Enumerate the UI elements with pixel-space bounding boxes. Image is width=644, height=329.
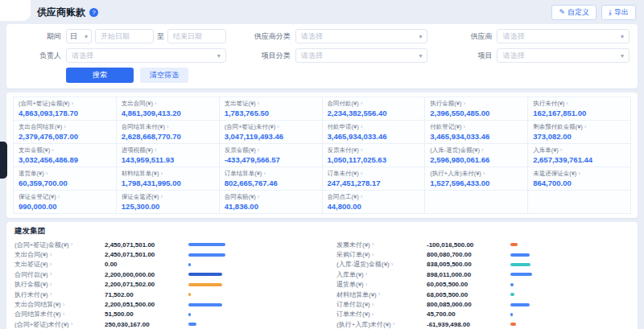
row-bar <box>510 273 532 276</box>
list-item[interactable]: 合同结算未付(¥)›51,500.00 <box>14 310 308 319</box>
kpi-card-14[interactable]: 进项税额(¥)›143,959,511.93 <box>117 144 220 167</box>
kpi-card-7[interactable]: 支出合同结算(¥)›2,379,476,087.00 <box>14 121 117 144</box>
list-item[interactable]: 支出合同结算(¥)›2,200,051,500.00 <box>14 299 308 309</box>
kpi-value: 864,700.00 <box>533 179 625 187</box>
kpi-card-8[interactable]: 合同结算未付(¥)›2,628,668,770.70 <box>117 121 220 144</box>
kpi-card-11[interactable]: 付款登记(¥)›3,465,934,033.46 <box>425 121 528 144</box>
kpi-card-10[interactable]: 付款申请(¥)›3,465,934,033.46 <box>323 121 426 144</box>
list-item[interactable]: 入库单(¥)›898,011,000.00 <box>336 269 630 279</box>
customize-label: 自定义 <box>568 7 589 18</box>
filter-owner: 负责人 请选择 ▾ <box>14 48 226 63</box>
kpi-card-21[interactable]: 订单结算单(¥)›802,665,767.46 <box>220 167 323 191</box>
supplier-category-select[interactable]: 请选择 ▾ <box>295 29 428 43</box>
chevron-right-icon: › <box>391 261 394 268</box>
chevron-right-icon: › <box>365 282 368 288</box>
side-drawer-handle[interactable] <box>0 142 7 179</box>
chevron-right-icon: › <box>361 147 363 154</box>
kpi-card-15[interactable]: 发票金额(¥)›-433,479,566.57 <box>220 144 323 167</box>
chevron-right-icon: › <box>64 124 66 130</box>
chevron-right-icon: › <box>578 171 580 177</box>
row-label: 入库单(¥)› <box>336 270 427 279</box>
kpi-card-2[interactable]: 支出合同(¥)›4,861,309,413.20 <box>117 97 220 121</box>
list-item[interactable]: 材料结算单(¥)›68,005,500.00 <box>336 290 630 299</box>
chevron-down-icon: ▾ <box>419 52 422 60</box>
row-bar <box>188 293 191 296</box>
chevron-right-icon: › <box>167 124 169 130</box>
filter-project: 项目 请选择 ▾ <box>445 48 630 63</box>
kpi-card-13[interactable]: 支出金额(¥)›3,032,456,486.89 <box>14 144 117 167</box>
supplier-select[interactable]: 请选择 ▾ <box>497 29 630 43</box>
kpi-card-17[interactable]: (入库-退货)金额(¥)›2,596,980,061.66 <box>425 144 528 167</box>
kpi-card-25[interactable]: 保证金登记(¥)›990,000.00 <box>14 191 117 214</box>
list-item[interactable]: 支出合同(¥)›2,450,071,501.00 <box>14 249 308 259</box>
row-label: 执行未付(¥)› <box>14 290 105 299</box>
list-item[interactable]: 发票未付(¥)›-100,016,500.00 <box>336 240 630 249</box>
chevron-right-icon: › <box>46 171 48 177</box>
list-item[interactable]: (入库-退货)金额(¥)›838,005,500.00 <box>336 260 630 269</box>
kpi-label: 合同点工(¥)› <box>328 193 420 201</box>
list-item[interactable]: 采购订单(¥)›800,080,700.00 <box>336 249 630 259</box>
export-button[interactable]: ⤓ 导出 <box>601 5 636 20</box>
chevron-right-icon: › <box>58 194 60 200</box>
row-value: 800,085,000.00 <box>427 301 507 308</box>
kpi-card-24[interactable]: 未返还保证金(¥)›864,700.00 <box>528 167 631 191</box>
kpi-empty-cell <box>528 191 631 214</box>
start-date-input[interactable]: 开始日期 <box>95 29 154 43</box>
filter-supplier: 供应商 请选择 ▾ <box>445 29 630 43</box>
list-item[interactable]: 订单未付(¥)›45,700.00 <box>336 310 630 319</box>
kpi-card-28[interactable]: 合同点工(¥)›44,800.00 <box>323 191 426 214</box>
kpi-card-18[interactable]: 入库单(¥)›2,657,339,761.44 <box>528 144 631 167</box>
list-item[interactable]: (合同+签证)金额(¥)›2,450,071,501.00 <box>14 240 308 249</box>
list-item[interactable]: 合同付款(¥)›2,200,000,000.00 <box>14 269 308 279</box>
clear-filters-button[interactable]: 清空筛选 <box>140 68 188 83</box>
kpi-card-19[interactable]: 退货单(¥)›60,359,700.00 <box>14 167 117 191</box>
list-item[interactable]: 订单付款(¥)›800,085,000.00 <box>336 299 630 309</box>
kpi-card-5[interactable]: 执行金额(¥)›2,396,550,485.00 <box>425 97 528 121</box>
kpi-card-22[interactable]: 订单未付(¥)›247,451,278.17 <box>323 167 426 191</box>
kpi-card-23[interactable]: (执行+入库)未付(¥)›1,527,596,433.00 <box>425 167 528 191</box>
row-bar <box>510 243 518 246</box>
row-value: 800,080,700.00 <box>427 251 507 258</box>
kpi-card-6[interactable]: 执行未付(¥)›162,167,851.00 <box>528 97 631 121</box>
end-date-input[interactable]: 结束日期 <box>167 29 226 43</box>
kpi-card-16[interactable]: 发票未付(¥)›1,050,117,025.63 <box>323 144 426 167</box>
period-unit-select[interactable]: 日 ▾ <box>66 29 92 43</box>
kpi-card-4[interactable]: 合同付款(¥)›2,234,382,556.40 <box>323 97 426 121</box>
chevron-right-icon: › <box>372 302 374 308</box>
kpi-card-27[interactable]: 合同索赔(¥)›41,836.00 <box>220 191 323 214</box>
kpi-value: 2,628,668,770.70 <box>122 132 214 141</box>
group-name[interactable]: 建发集团 <box>14 226 630 236</box>
list-item[interactable]: (执行+入库)未付(¥)›-61,939,498.00 <box>336 319 630 329</box>
kpi-label: (合同+签证)未付(¥)› <box>225 123 317 131</box>
chevron-right-icon: › <box>378 291 381 298</box>
row-bar <box>510 323 516 326</box>
help-icon[interactable]: ? <box>89 8 98 17</box>
list-item[interactable]: 执行金额(¥)›2,200,071,502.00 <box>14 280 308 290</box>
kpi-card-20[interactable]: 材料结算单(¥)›1,798,431,995.00 <box>117 167 220 191</box>
chevron-right-icon: › <box>72 101 74 107</box>
project-category-select[interactable]: 请选择 ▾ <box>295 48 428 63</box>
kpi-card-3[interactable]: 支出签证(¥)›1,783,765.50 <box>220 97 323 121</box>
kpi-card-12[interactable]: 剩余预付款金额(¥)›373,082.00 <box>528 121 631 144</box>
customize-button[interactable]: ✎ 自定义 <box>551 5 597 20</box>
row-label: 合同付款(¥)› <box>14 270 105 279</box>
list-item[interactable]: 退货单(¥)›60,005,500.00 <box>336 280 630 290</box>
kpi-card-26[interactable]: 保证金返还(¥)›125,300.00 <box>117 191 220 214</box>
kpi-value: 4,863,093,178.70 <box>19 109 111 117</box>
row-value: 2,200,051,500.00 <box>105 301 185 308</box>
search-button[interactable]: 搜索 <box>66 68 134 83</box>
kpi-label: 支出金额(¥)› <box>19 146 111 154</box>
chevron-right-icon: › <box>155 101 157 107</box>
chevron-right-icon: › <box>372 311 374 318</box>
row-label: 支出签证(¥)› <box>14 260 105 269</box>
list-item[interactable]: 支出签证(¥)›0.00 <box>14 260 308 269</box>
kpi-label: 订单结算单(¥)› <box>225 170 317 178</box>
owner-select[interactable]: 请选择 ▾ <box>66 48 226 63</box>
kpi-card-9[interactable]: (合同+签证)未付(¥)›3,047,119,493.46 <box>220 121 323 144</box>
list-item[interactable]: 执行未付(¥)›71,502.00 <box>14 290 308 299</box>
project-select[interactable]: 请选择 ▾ <box>497 48 630 63</box>
kpi-card-1[interactable]: (合同+签证)金额(¥)›4,863,093,178.70 <box>14 97 117 121</box>
list-item[interactable]: (合同+签证)未付(¥)›250,030,167.00 <box>14 319 308 329</box>
chevron-right-icon: › <box>361 171 363 177</box>
filter-actions: 搜索 清空筛选 <box>14 68 630 83</box>
